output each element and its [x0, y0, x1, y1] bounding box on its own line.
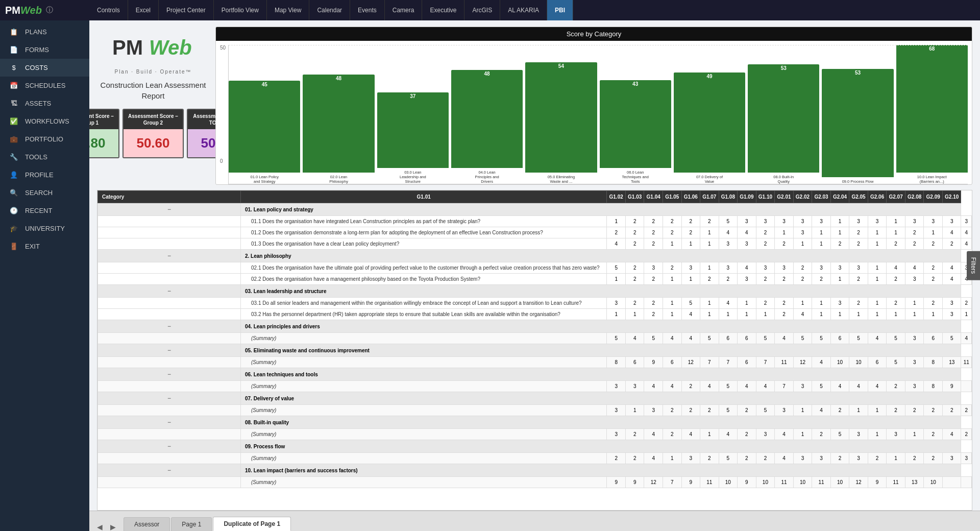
table-cell: 1 [868, 238, 887, 250]
collapse-button[interactable]: − [98, 285, 241, 298]
collapse-button[interactable]: − [98, 368, 241, 381]
table-cell: 5 [812, 333, 831, 344]
sidebar-item-search[interactable]: 🔍 SEARCH [0, 184, 89, 202]
sidebar-item-university[interactable]: 🎓 UNIVERSITY [0, 220, 89, 237]
sidebar-item-plans[interactable]: 📋 PLANS [0, 23, 89, 41]
table-cell: 2 [625, 298, 644, 309]
sub-category-label: 03.2 Has the personnel department (HR) t… [241, 309, 607, 320]
sidebar-item-workflows[interactable]: ✅ WORKFLOWS [0, 112, 89, 130]
table-cell: 2 [887, 274, 905, 285]
bottom-tabs: ◀ ▶ Assessor Page 1 Duplicate of Page 1 [89, 511, 980, 531]
table-cell: 2 [644, 227, 663, 238]
nav-tab-arcgis[interactable]: ArcGIS [464, 0, 500, 20]
table-cell: 7 [756, 357, 775, 368]
tab-assessor[interactable]: Assessor [124, 517, 170, 531]
table-cell: 2 [625, 453, 644, 464]
tab-nav-prev[interactable]: ◀ [94, 523, 105, 531]
table-cell: 1 [793, 405, 812, 416]
logo: PMWeb [5, 5, 42, 16]
sidebar-item-profile[interactable]: 👤 PROFILE [0, 166, 89, 184]
table-cell: 5 [607, 333, 626, 344]
table-cell: 1 [905, 309, 924, 320]
table-cell: 2 [625, 429, 644, 440]
nav-tab-portfolio-view[interactable]: Portfolio View [214, 0, 267, 20]
sidebar-item-schedules[interactable]: 📅 SCHEDULES [0, 77, 89, 94]
table-cell: 3 [830, 262, 849, 274]
chart-y-zero: 0 [220, 158, 226, 164]
tab-nav-next[interactable]: ▶ [108, 523, 118, 531]
table-cell: 4 [793, 309, 812, 320]
collapse-button[interactable]: − [98, 440, 241, 453]
info-icon[interactable]: ⓘ [46, 6, 53, 15]
table-cell: 2 [830, 453, 849, 464]
sidebar-item-tools[interactable]: 🔧 TOOLS [0, 148, 89, 166]
table-cell: 5 [849, 333, 868, 344]
nav-tab-controls[interactable]: Controls [89, 0, 128, 20]
table-cell: 3 [961, 216, 972, 227]
sub-category-label: 02.2 Does the organisation have a manage… [241, 274, 607, 285]
svg-text:Web: Web [149, 36, 192, 59]
table-cell: 3 [887, 429, 905, 440]
table-cell: 4 [812, 357, 831, 368]
table-cell: 2 [830, 405, 849, 416]
nav-tab-calendar[interactable]: Calendar [309, 0, 350, 20]
table-cell: 2 [681, 381, 700, 392]
section-label: 06. Lean techniques and tools [241, 368, 961, 381]
chart-bar-4: 48 04.0 Lean Principles and Drivers [451, 45, 523, 184]
table-cell: 9 [644, 357, 663, 368]
collapse-button[interactable]: − [98, 416, 241, 429]
table-cell: 1 [868, 227, 887, 238]
collapse-button[interactable]: − [98, 464, 241, 477]
sidebar-item-costs[interactable]: $ COSTS [0, 59, 89, 77]
table-cell: 1 [738, 298, 756, 309]
table-row: 02.2 Does the organisation have a manage… [98, 274, 972, 285]
table-cell: 2 [663, 227, 681, 238]
table-cell: 5 [830, 429, 849, 440]
sub-category-label: 03.1 Do all senior leaders and managemen… [241, 298, 607, 309]
table-cell: 9 [681, 477, 700, 488]
section-label: 2. Lean philosophy [241, 250, 961, 262]
sidebar-item-forms[interactable]: 📄 FORMS [0, 41, 89, 59]
tab-duplicate-page1[interactable]: Duplicate of Page 1 [213, 517, 291, 531]
table-cell: 3 [942, 298, 961, 309]
collapse-button[interactable]: − [98, 392, 241, 405]
chart-bar-1: 45 01.0 Lean Policy and Strategy [229, 45, 300, 184]
table-cell: 3 [607, 429, 626, 440]
chart-container: Score by Category 50 0 45 01.0 Lean [215, 27, 972, 185]
filters-tab[interactable]: Filters [967, 251, 980, 280]
collapse-button[interactable]: − [98, 250, 241, 262]
table-section-row: −06. Lean techniques and tools [98, 368, 972, 381]
table-cell: 4 [942, 274, 961, 285]
nav-tab-camera[interactable]: Camera [385, 0, 423, 20]
nav-tab-events[interactable]: Events [350, 0, 385, 20]
table-cell: 2 [887, 298, 905, 309]
collapse-button[interactable]: − [98, 344, 241, 357]
table-cell: 3 [719, 238, 738, 250]
table-cell: 4 [905, 262, 924, 274]
nav-tab-excel[interactable]: Excel [128, 0, 159, 20]
table-cell: 12 [793, 357, 812, 368]
collapse-button[interactable]: − [98, 203, 241, 216]
table-cell: 2 [700, 453, 719, 464]
nav-tab-pbi[interactable]: PBI [547, 0, 573, 20]
table-cell: 3 [905, 333, 924, 344]
table-cell: 3 [905, 274, 924, 285]
sidebar-item-portfolio[interactable]: 💼 PORTFOLIO [0, 130, 89, 148]
nav-tab-alakaria[interactable]: AL AKARIA [500, 0, 547, 20]
table-section-row: −10. Lean impact (barriers and success f… [98, 464, 972, 477]
table-cell: 3 [905, 381, 924, 392]
table-cell: 3 [775, 405, 794, 416]
table-cell: 1 [625, 405, 644, 416]
sidebar-item-assets[interactable]: 🏗 ASSETS [0, 94, 89, 112]
nav-tab-map-view[interactable]: Map View [267, 0, 309, 20]
sidebar-item-exit[interactable]: 🚪 EXIT [0, 237, 89, 255]
table-summary-row: (Summary)869612776711124101065381311 [98, 357, 972, 368]
sidebar-item-recent[interactable]: 🕐 RECENT [0, 202, 89, 220]
section-label: 07. Delivery of value [241, 392, 961, 405]
tab-page1[interactable]: Page 1 [171, 517, 212, 531]
nav-tab-executive[interactable]: Executive [422, 0, 464, 20]
table-cell: 2 [887, 238, 905, 250]
collapse-button[interactable]: − [98, 320, 241, 333]
nav-tab-project-center[interactable]: Project Center [159, 0, 214, 20]
table-cell: 2 [793, 274, 812, 285]
